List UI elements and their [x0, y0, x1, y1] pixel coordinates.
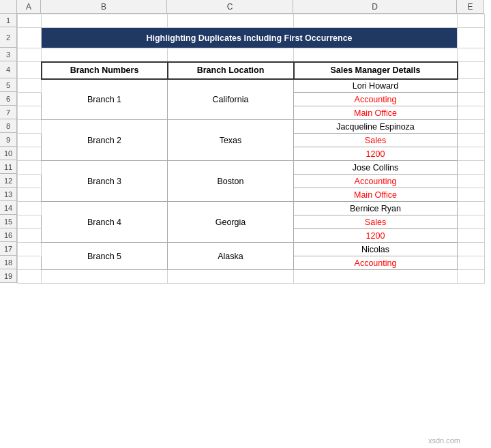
cell-a19	[18, 270, 42, 284]
cell-a1	[18, 14, 42, 28]
cell-c19	[168, 270, 294, 284]
table-row	[18, 48, 485, 62]
cell-a2	[18, 28, 42, 48]
cell-e19	[458, 270, 485, 284]
cell-e15	[458, 215, 485, 229]
row-headers: 1 2 3 4 5 6 7 8 9 10 11 12 13 14 15 16 1…	[0, 14, 17, 448]
title-row: Highlighting Duplicates Including First …	[18, 28, 485, 48]
row-header-3: 3	[0, 48, 17, 61]
branch-5-cell: Branch 5	[42, 243, 168, 270]
cell-a11	[18, 161, 42, 175]
cell-e16	[458, 229, 485, 243]
spreadsheet: A B C D E 1 2 3 4 5 6 7 8 9 10 11 12 13 …	[0, 0, 491, 448]
table-row	[18, 270, 485, 284]
boston-cell: Boston	[168, 161, 294, 202]
cell-a7	[18, 106, 42, 120]
nicolas-cell: Nicolas	[294, 243, 458, 256]
branch-4-cell: Branch 4	[42, 202, 168, 243]
col-headers-row: A B C D E	[0, 0, 491, 14]
cell-e14	[458, 202, 485, 215]
row-header-12: 12	[0, 174, 17, 188]
cell-c3	[168, 48, 294, 62]
cell-a18	[18, 256, 42, 270]
table-row: Branch 3 Boston Jose Collins	[18, 161, 485, 175]
col-header-d: D	[293, 0, 457, 14]
accounting-1-cell: Accounting	[294, 93, 458, 106]
cell-c1	[168, 14, 294, 28]
cell-d3	[294, 48, 458, 62]
row-header-8: 8	[0, 119, 17, 133]
cell-a13	[18, 188, 42, 202]
main-office-1-cell: Main Office	[294, 106, 458, 120]
col-header-c: C	[167, 0, 293, 14]
cell-a15	[18, 215, 42, 229]
main-office-2-cell: Main Office	[294, 188, 458, 202]
cell-e3	[458, 48, 485, 62]
cell-a17	[18, 243, 42, 256]
texas-cell: Texas	[168, 120, 294, 161]
corner-cell	[0, 0, 17, 14]
row-header-17: 17	[0, 242, 17, 256]
row-header-2: 2	[0, 27, 17, 48]
col-header-b: B	[41, 0, 167, 14]
row-header-1: 1	[0, 14, 17, 27]
cell-a9	[18, 134, 42, 147]
row-header-18: 18	[0, 256, 17, 269]
row-header-5: 5	[0, 78, 17, 92]
sheet-body: 1 2 3 4 5 6 7 8 9 10 11 12 13 14 15 16 1…	[0, 14, 491, 448]
col-header-a: A	[17, 0, 41, 14]
cell-a16	[18, 229, 42, 243]
row-header-7: 7	[0, 106, 17, 119]
row-header-16: 16	[0, 228, 17, 242]
branch-numbers-header: Branch Numbers	[42, 62, 168, 79]
cell-d19	[294, 270, 458, 284]
cell-a8	[18, 120, 42, 134]
branch-3-cell: Branch 3	[42, 161, 168, 202]
row-header-6: 6	[0, 92, 17, 106]
row-header-13: 13	[0, 188, 17, 201]
cell-e17	[458, 243, 485, 256]
table-row: Branch 5 Alaska Nicolas	[18, 243, 485, 256]
row-header-9: 9	[0, 133, 17, 147]
cell-a6	[18, 93, 42, 106]
row-header-15: 15	[0, 215, 17, 228]
jose-collins-cell: Jose Collins	[294, 161, 458, 175]
table-row: Branch 1 California Lori Howard	[18, 79, 485, 93]
sales-manager-header: Sales Manager Details	[294, 62, 458, 79]
cell-e7	[458, 106, 485, 120]
cell-e13	[458, 188, 485, 202]
title-cell: Highlighting Duplicates Including First …	[42, 28, 458, 48]
cell-e9	[458, 134, 485, 147]
cell-a12	[18, 175, 42, 188]
cell-e1	[458, 14, 485, 28]
lori-howard-cell: Lori Howard	[294, 79, 458, 93]
branch-location-header: Branch Location	[168, 62, 294, 79]
cell-e5	[458, 79, 485, 93]
california-cell: California	[168, 79, 294, 120]
cell-a5	[18, 79, 42, 93]
cell-b19	[42, 270, 168, 284]
cell-e4	[458, 62, 485, 79]
cell-e8	[458, 120, 485, 134]
row-header-10: 10	[0, 147, 17, 160]
cell-b3	[42, 48, 168, 62]
1200-2-cell: 1200	[294, 229, 458, 243]
sales-1-cell: Sales	[294, 134, 458, 147]
table-row	[18, 14, 485, 28]
cell-e6	[458, 93, 485, 106]
column-headers-row: Branch Numbers Branch Location Sales Man…	[18, 62, 485, 79]
data-area: Highlighting Duplicates Including First …	[17, 14, 491, 448]
row-header-19: 19	[0, 269, 17, 283]
cell-a4	[18, 62, 42, 79]
jacqueline-cell: Jacqueline Espinoza	[294, 120, 458, 134]
row-header-4: 4	[0, 61, 17, 78]
cell-b1	[42, 14, 168, 28]
bernice-ryan-cell: Bernice Ryan	[294, 202, 458, 215]
accounting-3-cell: Accounting	[294, 256, 458, 270]
cell-a3	[18, 48, 42, 62]
sales-2-cell: Sales	[294, 215, 458, 229]
cell-d1	[294, 14, 458, 28]
georgia-cell: Georgia	[168, 202, 294, 243]
cell-e10	[458, 147, 485, 161]
alaska-cell: Alaska	[168, 243, 294, 270]
